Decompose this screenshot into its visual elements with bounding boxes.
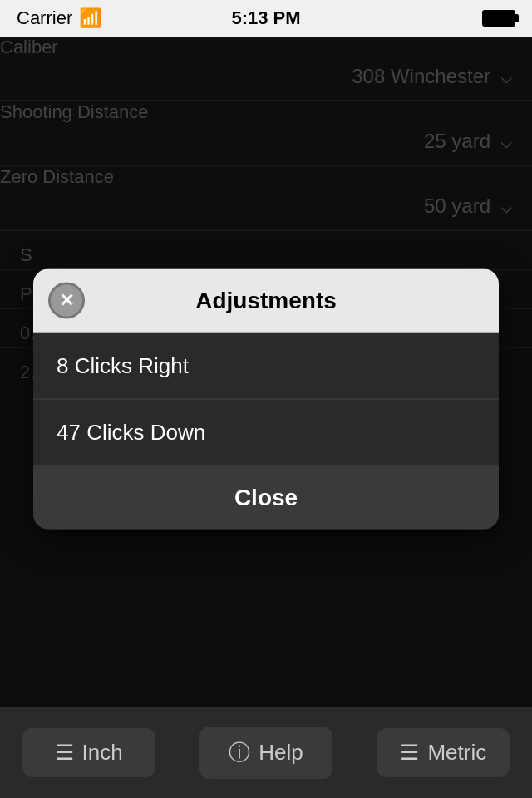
- tab-bar: ☰ Inch ⓘ Help ☰ Metric: [0, 707, 532, 798]
- wifi-icon: 📶: [79, 7, 101, 29]
- modal-close-button[interactable]: Close: [33, 466, 499, 530]
- tab-metric-label: Metric: [427, 740, 486, 766]
- help-icon: ⓘ: [229, 738, 250, 767]
- close-x-icon: ✕: [59, 292, 74, 310]
- adjustment-item-2: 47 Clicks Down: [33, 400, 499, 466]
- adjustment-text-1: 8 Clicks Right: [57, 353, 189, 378]
- battery-icon: [482, 10, 515, 27]
- time-label: 5:13 PM: [231, 7, 300, 29]
- battery-indicator: [482, 10, 515, 27]
- inch-icon: ☰: [55, 740, 74, 766]
- metric-icon: ☰: [400, 740, 419, 766]
- tab-inch-label: Inch: [82, 740, 123, 766]
- modal-body: 8 Clicks Right 47 Clicks Down Close: [33, 333, 499, 530]
- modal-header: ✕ Adjustments: [33, 269, 499, 333]
- status-bar: Carrier 📶 5:13 PM: [0, 0, 532, 37]
- carrier-text: Carrier: [17, 7, 72, 29]
- tab-help[interactable]: ⓘ Help: [200, 727, 332, 779]
- adjustment-text-2: 47 Clicks Down: [57, 420, 205, 445]
- modal-title: Adjustments: [195, 288, 337, 314]
- modal-close-label: Close: [234, 485, 298, 511]
- adjustment-item-1: 8 Clicks Right: [33, 333, 499, 400]
- adjustments-modal: ✕ Adjustments 8 Clicks Right 47 Clicks D…: [33, 269, 499, 530]
- carrier-label: Carrier 📶: [17, 7, 101, 29]
- modal-close-x-button[interactable]: ✕: [48, 283, 85, 319]
- tab-help-label: Help: [259, 740, 303, 766]
- tab-inch[interactable]: ☰ Inch: [22, 728, 155, 777]
- tab-metric[interactable]: ☰ Metric: [377, 728, 510, 777]
